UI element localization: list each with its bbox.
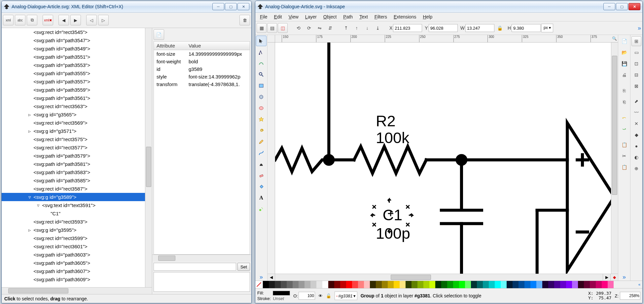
- toolbox-overflow-button[interactable]: »: [260, 274, 263, 281]
- snap-path-button[interactable]: 〰: [631, 107, 641, 117]
- palette-swatch[interactable]: [316, 281, 322, 288]
- xml-tree[interactable]: <svg:rect id="rect3545"> <svg:path id="p…: [2, 28, 145, 287]
- palette-swatch[interactable]: [310, 281, 316, 288]
- palette-swatch[interactable]: [596, 281, 602, 288]
- palette-swatch[interactable]: [293, 281, 299, 288]
- bezier-tool[interactable]: [256, 148, 267, 158]
- tree-row[interactable]: <svg:path id="path3579">: [2, 152, 145, 160]
- unindent-node-button[interactable]: ◁: [86, 15, 97, 25]
- calligraphy-tool[interactable]: [256, 159, 267, 169]
- palette-swatch[interactable]: [370, 281, 376, 288]
- spiral-tool[interactable]: [256, 125, 267, 136]
- tree-row[interactable]: <svg:rect id="rect3587">: [2, 185, 145, 193]
- stroke-value[interactable]: Unset: [273, 296, 290, 301]
- inkscape-titlebar[interactable]: Analog-Dialogue-Article.svg - Inkscape ─…: [255, 1, 642, 13]
- tree-row[interactable]: <svg:rect id="rect3575">: [2, 135, 145, 143]
- x-input[interactable]: [393, 24, 422, 32]
- no-color-swatch[interactable]: [255, 281, 263, 288]
- rectangle-tool[interactable]: [256, 80, 267, 91]
- spray-tool[interactable]: [256, 204, 267, 214]
- rotate-cw-button[interactable]: ⟳: [304, 23, 314, 33]
- unit-select[interactable]: px ▾: [541, 24, 553, 32]
- select-all-layers-button[interactable]: ▤: [267, 23, 277, 33]
- set-attribute-button[interactable]: Set: [237, 263, 250, 271]
- menu-layer[interactable]: Layer: [302, 13, 320, 20]
- close-button[interactable]: ✕: [628, 3, 640, 10]
- print-button[interactable]: 🖨: [619, 70, 629, 80]
- maximize-button[interactable]: ▢: [225, 3, 237, 10]
- palette-swatch[interactable]: [519, 281, 524, 288]
- attribute-name-input[interactable]: [154, 263, 236, 271]
- attribute-row[interactable]: idg3589: [154, 65, 250, 73]
- palette-swatch[interactable]: [382, 281, 388, 288]
- tree-row[interactable]: "C1": [2, 209, 145, 218]
- tree-row[interactable]: <svg:path id="path3605">: [2, 259, 145, 267]
- snap-node-button[interactable]: ⬈: [631, 96, 641, 106]
- open-doc-button[interactable]: 📂: [619, 47, 629, 57]
- minimize-button[interactable]: ─: [212, 3, 224, 10]
- text-tool[interactable]: A: [256, 193, 267, 203]
- palette-swatch[interactable]: [328, 281, 334, 288]
- palette-swatch[interactable]: [536, 281, 542, 288]
- minimize-button[interactable]: ─: [603, 3, 615, 10]
- new-text-node-button[interactable]: abc: [15, 15, 25, 25]
- palette-swatch[interactable]: [560, 281, 566, 288]
- attr-horizontal-scrollbar[interactable]: [152, 255, 251, 261]
- palette-swatch[interactable]: [376, 281, 382, 288]
- tree-row[interactable]: ▹ <svg:g id="g3565">: [2, 110, 145, 119]
- layer-selector[interactable]: - #g3381 ▾: [335, 291, 357, 300]
- palette-swatch[interactable]: [406, 281, 411, 288]
- snap-bbox-edge-button[interactable]: ⊡: [631, 59, 641, 69]
- palette-swatch[interactable]: [423, 281, 429, 288]
- palette-swatch[interactable]: [542, 281, 548, 288]
- palette-swatch[interactable]: [465, 281, 471, 288]
- copy-button[interactable]: 📋: [619, 140, 629, 150]
- palette-swatch[interactable]: [322, 281, 328, 288]
- palette-swatch[interactable]: [417, 281, 423, 288]
- palette-swatch[interactable]: [513, 281, 519, 288]
- attribute-row[interactable]: stylefont-size:14.39999962p: [154, 73, 250, 80]
- indent-node-button[interactable]: ▷: [98, 15, 109, 25]
- palette-swatch[interactable]: [269, 281, 275, 288]
- palette-swatch[interactable]: [400, 281, 406, 288]
- rotate-ccw-button[interactable]: ⟲: [294, 23, 304, 33]
- tree-row[interactable]: ▿ <svg:g id="g3589">: [2, 193, 145, 201]
- tree-row[interactable]: <svg:rect id="rect3545">: [2, 28, 145, 36]
- raise-top-button[interactable]: ⤒: [341, 23, 351, 33]
- tree-row[interactable]: <svg:path id="path3609">: [2, 275, 145, 284]
- deselect-button[interactable]: ◫: [278, 23, 288, 33]
- palette-swatch[interactable]: [340, 281, 346, 288]
- tree-row[interactable]: <svg:rect id="rect3563">: [2, 102, 145, 110]
- palette-swatch[interactable]: [287, 281, 293, 288]
- menu-object[interactable]: Object: [320, 13, 340, 20]
- palette-swatch[interactable]: [501, 281, 507, 288]
- snap-smooth-button[interactable]: ●: [631, 141, 641, 151]
- tree-row[interactable]: <svg:rect id="rect3599">: [2, 234, 145, 242]
- fill-swatch[interactable]: [273, 291, 290, 295]
- star-tool[interactable]: [256, 114, 267, 125]
- palette-swatch[interactable]: [566, 281, 572, 288]
- palette-swatch[interactable]: [453, 281, 459, 288]
- tree-row[interactable]: <svg:rect id="rect3569">: [2, 119, 145, 127]
- palette-swatch[interactable]: [447, 281, 453, 288]
- menu-view[interactable]: View: [285, 13, 302, 20]
- tree-row[interactable]: <svg:rect id="rect3593">: [2, 218, 145, 226]
- zoom-menu-icon[interactable]: 🔍: [611, 35, 618, 43]
- snap-center-button[interactable]: ⊕: [631, 164, 641, 173]
- new-element-node-button[interactable]: xml: [3, 15, 14, 25]
- next-node-button[interactable]: ▶: [70, 15, 81, 25]
- palette-swatch[interactable]: [281, 281, 287, 288]
- snap-cusp-button[interactable]: ◆: [631, 130, 641, 140]
- import-button[interactable]: ⎘: [619, 86, 629, 96]
- palette-swatch[interactable]: [590, 281, 596, 288]
- palette-swatch[interactable]: [524, 281, 530, 288]
- tree-row[interactable]: <svg:path id="path3585">: [2, 176, 145, 185]
- duplicate-node-button[interactable]: ⧉: [27, 15, 37, 25]
- palette-swatch[interactable]: [263, 281, 269, 288]
- attribute-row[interactable]: transformtranslate(-4.3978638,1.: [154, 80, 250, 88]
- tree-row[interactable]: <svg:path id="path3555">: [2, 69, 145, 77]
- paint-bucket-tool[interactable]: [256, 181, 267, 192]
- tree-row[interactable]: <svg:path id="path3553">: [2, 61, 145, 69]
- menu-filters[interactable]: Filters: [371, 13, 390, 20]
- palette-swatch[interactable]: [608, 281, 614, 288]
